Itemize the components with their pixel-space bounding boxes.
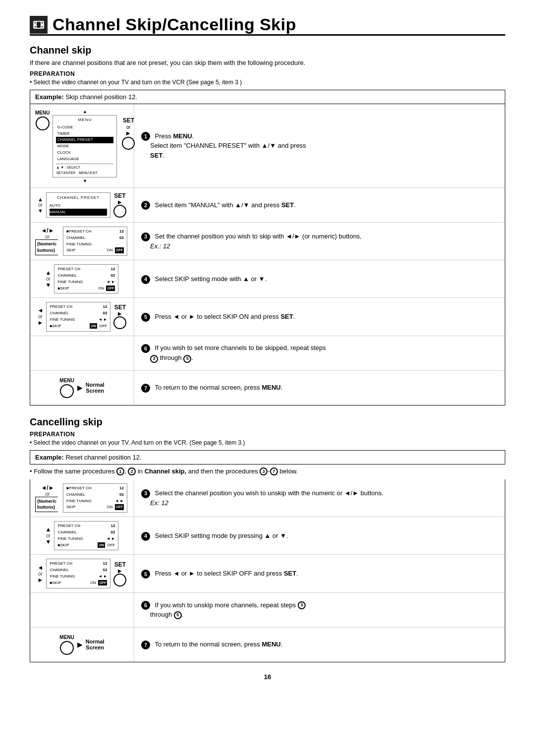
follow-text: • Follow the same procedures 1, 2 in Cha… bbox=[30, 467, 505, 476]
svg-point-4 bbox=[42, 22, 43, 23]
cs-numeric-buttons-label: (Numericbuttons) bbox=[35, 497, 58, 512]
cs-instr-left-6 bbox=[30, 593, 134, 627]
set-label-5: SET bbox=[114, 304, 126, 311]
instr-left-6 bbox=[30, 336, 134, 370]
cs-step-num-5: 5 bbox=[141, 570, 150, 579]
skip-screen-1: ■PRESET CH12 CHANNEL02 FINE TUNING SKIPO… bbox=[63, 227, 127, 256]
set-button-1[interactable] bbox=[122, 137, 135, 150]
instr-right-content-6: 6 If you wish to set more channels to be… bbox=[141, 343, 326, 362]
instr-right-5: 5 Press ◄ or ► to select SKIP ON and pre… bbox=[134, 298, 505, 335]
cs-normal-screen-1: NormalScreen bbox=[86, 639, 105, 650]
cs-instr-row-3: ◄/► or (Numericbuttons) ■PRESET CH12 CHA… bbox=[30, 479, 505, 517]
menu-label-1: MENU bbox=[35, 110, 50, 116]
menu-button-7[interactable] bbox=[60, 384, 74, 398]
preset-screen-1: CHANNEL PRESET AUTO MANUAL bbox=[46, 192, 110, 218]
cs-menu-button-7[interactable] bbox=[60, 641, 74, 655]
instr-left-2: ▲ or ▼ CHANNEL PRESET AUTO MANUAL SET ▶ bbox=[30, 188, 134, 222]
cs-instr-right-content-3: 3 Select the channel position you wish t… bbox=[141, 488, 383, 508]
instr-left-3: ◄/► or (Numericbuttons) ■PRESET CH12 CHA… bbox=[30, 223, 134, 260]
cs-or-text-4: or bbox=[46, 533, 51, 538]
set-button-2[interactable] bbox=[113, 205, 126, 218]
cs-step-num-6: 6 bbox=[141, 601, 150, 610]
cs-skip-screen-1: ■PRESET CH12 CHANNEL02 FINE TUNING◄ ► SK… bbox=[63, 483, 127, 513]
channel-skip-heading: Channel skip bbox=[30, 45, 505, 56]
example-box-2: Example: Reset channel position 12. bbox=[30, 450, 505, 465]
instr-right-1: 1 Press MENU. Select item "CHANNEL PRESE… bbox=[134, 104, 505, 187]
cs-instr-row-4: ▲ or ▼ PRESET CH12 CHANNEL02 FINE TUNING… bbox=[30, 517, 505, 554]
cs-instr-right-6: 6 If you wish to unskip more channels, r… bbox=[134, 593, 505, 627]
example-box-1: Example: Skip channel position 12. bbox=[30, 90, 505, 104]
set-label-1: SET bbox=[123, 117, 134, 124]
or-text-2: or bbox=[38, 202, 43, 208]
instr-left-1: MENU ▲ MENU G-CODE TIMER CHANNEL PRESET … bbox=[30, 104, 134, 187]
instr-right-2: 2 Select item "MANUAL" with ▲/▼ and pres… bbox=[134, 188, 505, 222]
instr-right-6: 6 If you wish to set more channels to be… bbox=[134, 336, 505, 370]
svg-point-3 bbox=[35, 26, 36, 27]
instr-right-content-2: 2 Select item "MANUAL" with ▲/▼ and pres… bbox=[141, 200, 296, 210]
or-text-4: or bbox=[46, 276, 51, 282]
instr-right-content-7: 7 To return to the normal screen, press … bbox=[141, 383, 282, 393]
cs-normal-screen-label: NormalScreen bbox=[86, 639, 105, 650]
step-num-7: 7 bbox=[141, 384, 150, 393]
cs-instr-right-7: 7 To return to the normal screen, press … bbox=[134, 628, 505, 662]
prep-text-1: • Select the video channel on your TV an… bbox=[30, 79, 505, 86]
menu-button-1[interactable] bbox=[36, 116, 50, 130]
or-text-3: or bbox=[46, 234, 50, 239]
svg-point-2 bbox=[35, 22, 36, 23]
menu-screen-1: MENU G-CODE TIMER CHANNEL PRESET MODE CL… bbox=[53, 115, 117, 177]
cs-instr-row-6: 6 If you wish to unskip more channels, r… bbox=[30, 592, 505, 627]
instr-right-content-5: 5 Press ◄ or ► to select SKIP ON and pre… bbox=[141, 312, 295, 322]
instr-row-6: 6 If you wish to set more channels to be… bbox=[30, 336, 505, 370]
prep-text-2: • Select the video channel on your TV. A… bbox=[30, 439, 505, 446]
cs-instr-right-5: 5 Press ◄ or ► to select SKIP OFF and pr… bbox=[134, 555, 505, 592]
cancelling-skip-section: Cancelling skip PREPARATION • Select the… bbox=[30, 416, 505, 662]
cs-instr-left-4: ▲ or ▼ PRESET CH12 CHANNEL02 FINE TUNING… bbox=[30, 517, 134, 554]
cs-or-text-3: or bbox=[46, 491, 50, 497]
cs-instr-row-7: MENU ▶ NormalScreen 7 To return to the n… bbox=[30, 627, 505, 662]
channel-skip-desc: If there are channel positions that are … bbox=[30, 59, 505, 66]
cs-instr-right-content-7: 7 To return to the normal screen, press … bbox=[141, 640, 282, 649]
title-icon bbox=[30, 16, 48, 34]
svg-rect-6 bbox=[37, 22, 41, 28]
cs-set-label-5: SET bbox=[114, 561, 126, 568]
normal-screen-label-1: NormalScreen bbox=[86, 382, 105, 394]
cs-menu-label-7: MENU bbox=[59, 635, 74, 640]
cs-instr-right-content-6: 6 If you wish to unskip more channels, r… bbox=[141, 600, 306, 620]
instr-right-content-3: 3 Set the channel position you wish to s… bbox=[141, 232, 362, 251]
cancelling-skip-heading: Cancelling skip bbox=[30, 416, 505, 428]
cs-skip-screen-2: PRESET CH12 CHANNEL02 FINE TUNING◄ ► ■SK… bbox=[54, 521, 118, 550]
instr-left-5: ◄ or ► PRESET CH12 CHANNEL02 FINE TUNING… bbox=[30, 298, 134, 335]
or-text-5: or bbox=[38, 314, 43, 319]
cs-step-num-7: 7 bbox=[141, 640, 150, 649]
cs-instr-right-content-4: 4 Select SKIP setting mode by pressing ▲… bbox=[141, 531, 288, 541]
cs-instr-row-5: ◄ or ► PRESET CH12 CHANNEL02 FINE TUNING… bbox=[30, 554, 505, 592]
skip-screen-2: PRESET CH12 CHANNEL02 FINE TUNING◄ ► ■SK… bbox=[54, 264, 118, 293]
instr-right-content-4: 4 Select SKIP setting mode with ▲ or ▼. bbox=[141, 274, 267, 284]
step-num-2: 2 bbox=[141, 201, 150, 210]
step-num-6: 6 bbox=[141, 344, 150, 353]
cancelling-skip-table: ◄/► or (Numericbuttons) ■PRESET CH12 CHA… bbox=[30, 479, 505, 662]
cs-instr-left-5: ◄ or ► PRESET CH12 CHANNEL02 FINE TUNING… bbox=[30, 555, 134, 592]
set-button-5[interactable] bbox=[113, 316, 126, 329]
instr-row-2: ▲ or ▼ CHANNEL PRESET AUTO MANUAL SET ▶ bbox=[30, 187, 505, 222]
cs-set-button-5[interactable] bbox=[113, 574, 126, 586]
instr-right-content-1: 1 Press MENU. Select item "CHANNEL PRESE… bbox=[141, 131, 306, 161]
instr-row-1: MENU ▲ MENU G-CODE TIMER CHANNEL PRESET … bbox=[30, 104, 505, 187]
channel-skip-section: Channel skip If there are channel positi… bbox=[30, 45, 505, 406]
instr-right-3: 3 Set the channel position you wish to s… bbox=[134, 223, 505, 260]
prep-label-1: PREPARATION bbox=[30, 70, 505, 77]
menu-label-7: MENU bbox=[59, 378, 74, 383]
page-title-bar: Channel Skip/Cancelling Skip bbox=[30, 15, 505, 36]
normal-screen-1: NormalScreen bbox=[86, 382, 105, 394]
cs-instr-right-content-5: 5 Press ◄ or ► to select SKIP OFF and pr… bbox=[141, 569, 298, 579]
step-num-1: 1 bbox=[141, 132, 150, 141]
prep-label-2: PREPARATION bbox=[30, 431, 505, 438]
instr-left-4: ▲ or ▼ PRESET CH12 CHANNEL02 FINE TUNING… bbox=[30, 260, 134, 297]
cs-step-num-4: 4 bbox=[141, 532, 150, 541]
set-label-2: SET bbox=[114, 192, 125, 199]
channel-skip-table: MENU ▲ MENU G-CODE TIMER CHANNEL PRESET … bbox=[30, 104, 505, 406]
instr-row-4: ▲ or ▼ PRESET CH12 CHANNEL02 FINE TUNING… bbox=[30, 260, 505, 297]
svg-point-5 bbox=[42, 26, 43, 27]
instr-row-5: ◄ or ► PRESET CH12 CHANNEL02 FINE TUNING… bbox=[30, 297, 505, 335]
cs-instr-right-4: 4 Select SKIP setting mode by pressing ▲… bbox=[134, 517, 505, 554]
